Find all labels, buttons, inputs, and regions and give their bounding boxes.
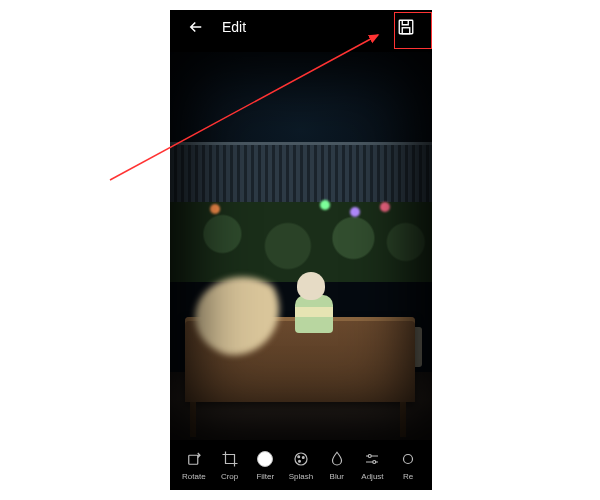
svg-rect-0 [399, 20, 413, 34]
top-bar: Edit [170, 10, 432, 44]
svg-rect-1 [402, 28, 410, 34]
palette-icon [292, 450, 310, 468]
drop-icon [328, 450, 346, 468]
svg-point-3 [295, 453, 307, 465]
tool-label: Re [403, 472, 413, 481]
save-button[interactable] [394, 15, 418, 39]
photo-editor-screen: Edit Rotate Crop Filter [170, 10, 432, 490]
tool-more[interactable]: Re [390, 449, 426, 481]
sliders-icon [363, 450, 381, 468]
tool-blur[interactable]: Blur [319, 449, 355, 481]
tool-splash[interactable]: Splash [283, 449, 319, 481]
save-icon [397, 18, 415, 36]
arrow-left-icon [187, 18, 205, 36]
rotate-icon [185, 450, 203, 468]
tool-filter[interactable]: Filter [247, 449, 283, 481]
sparkle-icon [399, 450, 417, 468]
tool-label: Adjust [361, 472, 383, 481]
edit-toolbar: Rotate Crop Filter Splash Blur Adjust Re [170, 440, 432, 490]
page-title: Edit [222, 19, 246, 35]
tool-rotate[interactable]: Rotate [176, 449, 212, 481]
tool-label: Blur [330, 472, 344, 481]
tool-adjust[interactable]: Adjust [355, 449, 391, 481]
svg-point-8 [373, 461, 376, 464]
photo-canvas[interactable] [170, 52, 432, 440]
tool-label: Splash [289, 472, 313, 481]
svg-point-9 [404, 455, 413, 464]
crop-icon [221, 450, 239, 468]
svg-rect-2 [189, 455, 198, 464]
svg-point-6 [299, 460, 301, 462]
tool-crop[interactable]: Crop [212, 449, 248, 481]
svg-point-7 [369, 455, 372, 458]
tool-label: Crop [221, 472, 238, 481]
tool-label: Filter [256, 472, 274, 481]
tool-label: Rotate [182, 472, 206, 481]
filter-icon [257, 451, 273, 467]
back-button[interactable] [184, 15, 208, 39]
svg-point-5 [302, 457, 304, 459]
svg-point-4 [298, 456, 300, 458]
